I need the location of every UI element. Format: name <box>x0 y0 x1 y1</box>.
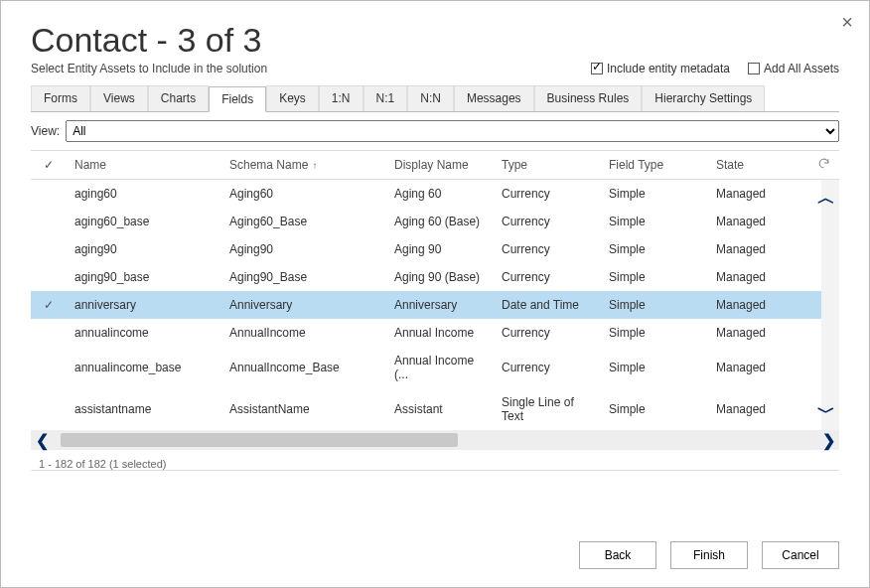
cell-schema: Anniversary <box>221 298 386 312</box>
cell-type: Currency <box>494 361 601 374</box>
cell-type: Date and Time <box>494 298 601 312</box>
table-row[interactable]: ✓anniversaryAnniversaryAnniversaryDate a… <box>31 291 839 319</box>
cell-type: Currency <box>494 326 601 340</box>
cell-state: Managed <box>708 242 809 256</box>
col-header-fieldtype-label: Field Type <box>609 158 663 172</box>
cell-fieldtype: Simple <box>601 361 708 374</box>
add-all-assets-checkbox[interactable]: Add All Assets <box>748 62 839 75</box>
col-header-type[interactable]: Type <box>494 158 601 172</box>
tab-business-rules[interactable]: Business Rules <box>534 85 643 111</box>
finish-button[interactable]: Finish <box>670 541 748 569</box>
cell-display: Annual Income (... <box>386 354 494 381</box>
back-button[interactable]: Back <box>579 541 656 569</box>
cell-fieldtype: Simple <box>601 298 708 312</box>
col-header-fieldtype[interactable]: Field Type <box>601 158 708 172</box>
header: Contact - 3 of 3 Select Entity Assets to… <box>31 21 839 75</box>
refresh-icon <box>817 157 830 170</box>
checkbox-icon <box>591 63 603 74</box>
select-all-checkbox[interactable]: ✓ <box>31 158 67 172</box>
tab-hierarchy-settings[interactable]: Hierarchy Settings <box>642 85 765 111</box>
cell-name: annualincome <box>67 326 221 340</box>
horizontal-scrollbar-thumb[interactable] <box>61 433 458 447</box>
cell-state: Managed <box>708 270 809 284</box>
tab-bar: FormsViewsChartsFieldsKeys1:NN:1N:NMessa… <box>31 85 839 112</box>
col-header-display-label: Display Name <box>394 158 469 172</box>
include-metadata-label: Include entity metadata <box>607 62 730 75</box>
cell-fieldtype: Simple <box>601 402 708 416</box>
fields-grid: ✓ Name Schema Name↑ Display Name Type Fi… <box>31 150 839 471</box>
table-row[interactable]: assistantnameAssistantNameAssistantSingl… <box>31 388 839 430</box>
tab-forms[interactable]: Forms <box>31 85 90 111</box>
cell-type: Currency <box>494 215 601 228</box>
col-header-name[interactable]: Name <box>67 158 221 172</box>
scroll-up-button[interactable]: ︿ <box>817 186 835 210</box>
view-select[interactable]: All <box>66 120 839 142</box>
cell-name: anniversary <box>67 298 221 312</box>
col-header-schema[interactable]: Schema Name↑ <box>221 158 386 172</box>
cell-type: Currency <box>494 187 601 201</box>
cell-state: Managed <box>708 361 809 374</box>
table-row[interactable]: aging90_baseAging90_BaseAging 90 (Base)C… <box>31 263 839 291</box>
view-selector-row: View: All <box>31 120 839 142</box>
cell-state: Managed <box>708 187 809 201</box>
grid-header: ✓ Name Schema Name↑ Display Name Type Fi… <box>31 151 839 180</box>
table-row[interactable]: annualincome_baseAnnualIncome_BaseAnnual… <box>31 347 839 388</box>
scroll-right-button[interactable]: ❯ <box>817 431 839 450</box>
cell-display: Aging 90 (Base) <box>386 270 494 284</box>
include-metadata-checkbox[interactable]: Include entity metadata <box>591 62 730 75</box>
scroll-left-button[interactable]: ❮ <box>31 431 53 450</box>
table-row[interactable]: aging60_baseAging60_BaseAging 60 (Base)C… <box>31 208 839 235</box>
add-all-assets-label: Add All Assets <box>764 62 839 75</box>
col-header-display[interactable]: Display Name <box>386 158 494 172</box>
cell-schema: AnnualIncome_Base <box>221 361 386 374</box>
scroll-down-button[interactable]: ﹀ <box>817 400 835 424</box>
cell-schema: Aging90 <box>221 242 386 256</box>
cell-fieldtype: Simple <box>601 215 708 228</box>
tab-n-1[interactable]: N:1 <box>363 85 408 111</box>
view-label: View: <box>31 124 60 138</box>
tab-1-n[interactable]: 1:N <box>319 85 363 111</box>
cell-state: Managed <box>708 215 809 228</box>
table-row[interactable]: annualincomeAnnualIncomeAnnual IncomeCur… <box>31 319 839 347</box>
checkbox-icon <box>748 63 760 74</box>
header-left: Contact - 3 of 3 Select Entity Assets to… <box>31 21 267 75</box>
tab-keys[interactable]: Keys <box>266 85 319 111</box>
cell-type: Currency <box>494 270 601 284</box>
cell-name: assistantname <box>67 402 221 416</box>
cell-fieldtype: Simple <box>601 187 708 201</box>
tab-messages[interactable]: Messages <box>454 85 534 111</box>
cell-state: Managed <box>708 298 809 312</box>
horizontal-scrollbar[interactable]: ❮ ❯ <box>31 430 839 450</box>
cell-schema: AnnualIncome <box>221 326 386 340</box>
tab-fields[interactable]: Fields <box>209 86 266 112</box>
col-header-state[interactable]: State <box>708 158 809 172</box>
col-header-name-label: Name <box>74 158 106 172</box>
cell-display: Aging 60 <box>386 187 494 201</box>
cell-state: Managed <box>708 402 809 416</box>
table-row[interactable]: aging60Aging60Aging 60CurrencySimpleMana… <box>31 180 839 208</box>
cell-fieldtype: Simple <box>601 326 708 340</box>
tab-n-n[interactable]: N:N <box>407 85 454 111</box>
dialog-footer: Back Finish Cancel <box>579 541 839 569</box>
cell-display: Aging 60 (Base) <box>386 215 494 228</box>
row-check[interactable]: ✓ <box>31 298 67 312</box>
dialog: × Contact - 3 of 3 Select Entity Assets … <box>0 0 870 588</box>
cell-fieldtype: Simple <box>601 270 708 284</box>
cell-name: annualincome_base <box>67 361 221 374</box>
page-title: Contact - 3 of 3 <box>31 21 267 60</box>
tab-charts[interactable]: Charts <box>148 85 209 111</box>
grid-body: ︿ ﹀ aging60Aging60Aging 60CurrencySimple… <box>31 180 839 430</box>
col-header-state-label: State <box>716 158 744 172</box>
page-subtitle: Select Entity Assets to Include in the s… <box>31 62 267 75</box>
cell-schema: Aging60_Base <box>221 215 386 228</box>
cancel-button[interactable]: Cancel <box>762 541 839 569</box>
close-icon[interactable]: × <box>841 11 853 34</box>
refresh-button[interactable] <box>809 157 837 173</box>
table-row[interactable]: aging90Aging90Aging 90CurrencySimpleMana… <box>31 235 839 263</box>
vertical-scrollbar-track[interactable] <box>821 180 839 430</box>
cell-name: aging90_base <box>67 270 221 284</box>
cell-type: Currency <box>494 242 601 256</box>
tab-views[interactable]: Views <box>90 85 148 111</box>
cell-name: aging90 <box>67 242 221 256</box>
cell-state: Managed <box>708 326 809 340</box>
